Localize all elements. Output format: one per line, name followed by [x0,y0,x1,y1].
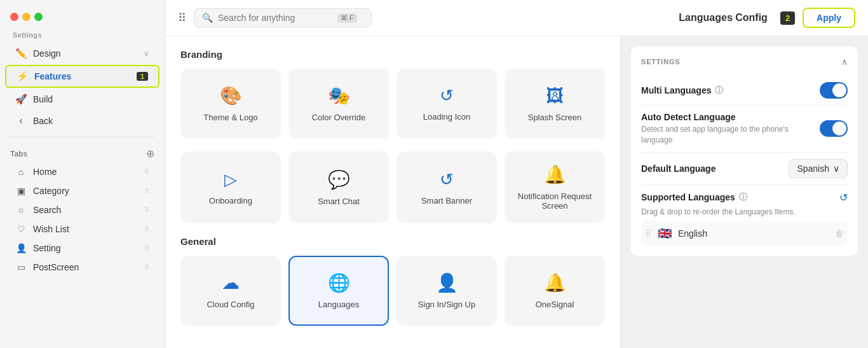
settings-section-header: SETTINGS ∧ [641,57,848,67]
card-onboarding[interactable]: ▷ Onboarding [180,151,281,223]
branding-cards-grid: 🎨 Theme & Logo 🎭 Color Override ↺ Loadin… [180,69,605,139]
drag-handle-wishlist: ⠿ [144,225,149,233]
right-panel: SETTINGS ∧ Multi Languages ⓘ [620,36,868,348]
selected-language: Spanish [797,164,829,174]
card-label-color-override: Color Override [312,113,366,122]
drag-handle-category: ⠿ [144,187,149,195]
sidebar-label-build: Build [33,94,149,104]
sidebar-item-setting[interactable]: 👤 Setting ⠿ [5,239,159,257]
card-cloud-config[interactable]: ☁ Cloud Config [180,256,281,326]
card-label-notification: Notification Request Screen [515,191,595,211]
sidebar-label-back: Back [33,116,149,126]
sidebar: Settings ✏️ Design ∨ ⚡ Features 1 🚀 Buil… [0,0,165,348]
toggle-knob-auto [832,122,846,136]
refresh-button[interactable]: ↺ [839,191,848,204]
collapse-icon[interactable]: ∧ [841,57,848,67]
auto-detect-desc: Detect and set app language to the phone… [641,124,820,146]
default-language-select[interactable]: Spanish ∨ [789,159,848,178]
default-language-label: Default Language [641,164,715,174]
flag-icon-english: 🇬🇧 [658,226,672,240]
card-splash-screen[interactable]: 🖼 Splash Screen [505,69,605,139]
search-shortcut: ⌘ F [337,13,357,23]
sidebar-item-back[interactable]: ‹ Back [5,111,159,131]
multi-languages-label: Multi Languages ⓘ [641,85,820,96]
card-smart-chat[interactable]: 💬 Smart Chat [288,151,389,223]
auto-detect-label: Auto Detect Language [641,112,820,122]
search-input[interactable] [218,13,332,23]
search-icon: 🔍 [202,13,213,23]
theme-logo-icon: 🎨 [220,85,242,106]
onesignal-icon: 🔔 [544,272,566,293]
supported-languages-header: Supported Languages ⓘ ↺ [641,185,848,207]
card-notification[interactable]: 🔔 Notification Request Screen [505,151,605,223]
settings-section-label: SETTINGS [641,58,680,66]
sidebar-item-design[interactable]: ✏️ Design ∨ [5,43,159,64]
tabs-header: Tabs ⊕ [0,143,165,162]
card-label-smart-chat: Smart Chat [318,197,360,206]
smart-chat-icon: 💬 [328,169,350,190]
sidebar-item-home[interactable]: ⌂ Home ⠿ [5,163,159,181]
card-loading-icon[interactable]: ↺ Loading Icon [397,69,497,139]
drag-handle-setting: ⠿ [144,244,149,253]
wishlist-icon: ♡ [15,224,27,234]
build-icon: 🚀 [15,94,27,105]
drag-handle-search: ⠿ [144,206,149,214]
card-onesignal[interactable]: 🔔 OneSignal [505,256,605,326]
sidebar-item-build[interactable]: 🚀 Build [5,89,159,109]
multi-languages-toggle[interactable] [820,82,848,99]
search-bar[interactable]: 🔍 ⌘ F [194,8,372,27]
maximize-button[interactable] [34,13,43,21]
sidebar-item-category[interactable]: ▣ Category ⠿ [5,182,159,200]
card-label-smart-banner: Smart Banner [421,196,472,205]
card-languages[interactable]: 🌐 Languages [288,256,389,326]
card-label-theme-logo: Theme & Logo [203,113,257,122]
onboarding-icon: ▷ [224,170,237,190]
sidebar-label-design: Design [33,48,137,59]
branding-section-title: Branding [180,49,605,60]
delete-language-button[interactable]: 🗑 [835,228,844,239]
card-theme-logo[interactable]: 🎨 Theme & Logo [180,69,281,139]
language-name-english: English [678,228,829,239]
features-cards-grid: ▷ Onboarding 💬 Smart Chat ↺ Smart Banner… [180,151,605,223]
tab-label-home: Home [33,167,138,177]
features-icon: ⚡ [17,71,28,82]
smart-banner-icon: ↺ [440,170,454,190]
drag-handle-home: ⠿ [144,168,149,176]
general-section-title: General [180,236,605,247]
setting-icon: 👤 [15,243,27,253]
card-color-override[interactable]: 🎭 Color Override [288,69,389,139]
info-icon-multi: ⓘ [715,85,723,96]
notification-icon: 🔔 [544,164,566,185]
drag-handle-lang[interactable]: ⠿ [645,228,651,239]
features-panel: Branding 🎨 Theme & Logo 🎭 Color Override… [165,36,620,348]
chevron-down-icon: ∨ [144,49,149,58]
tab-label-postscreen: PostScreen [33,262,138,272]
card-smart-banner[interactable]: ↺ Smart Banner [397,151,497,223]
tabs-section-label: Tabs [10,150,27,158]
sidebar-item-search[interactable]: ○ Search ⠿ [5,201,159,219]
card-label-splash-screen: Splash Screen [528,113,582,122]
add-tab-button[interactable]: ⊕ [146,148,154,160]
design-icon: ✏️ [15,48,27,59]
card-label-cloud-config: Cloud Config [207,300,254,309]
sidebar-item-features[interactable]: ⚡ Features 1 [5,65,159,88]
sign-in-icon: 👤 [436,272,458,293]
card-sign-in[interactable]: 👤 Sign In/Sign Up [397,256,497,326]
card-label-sign-in: Sign In/Sign Up [418,300,475,309]
toggle-knob-multi [832,83,846,97]
sidebar-item-wishlist[interactable]: ♡ Wish List ⠿ [5,220,159,238]
drag-handle-postscreen: ⠿ [144,263,149,272]
minimize-button[interactable] [22,13,31,21]
content-area: Branding 🎨 Theme & Logo 🎭 Color Override… [165,36,868,348]
grid-icon[interactable]: ⠿ [178,11,186,25]
close-button[interactable] [10,13,18,21]
sidebar-item-postscreen[interactable]: ▭ PostScreen ⠿ [5,258,159,276]
loading-icon: ↺ [440,86,454,106]
cloud-config-icon: ☁ [222,272,240,293]
auto-detect-row: Auto Detect Language Detect and set app … [641,106,848,153]
card-label-languages: Languages [318,300,359,309]
auto-detect-toggle[interactable] [820,120,848,137]
chevron-down-icon: ∨ [833,164,839,174]
apply-button[interactable]: Apply [803,8,855,28]
language-item-english: ⠿ 🇬🇧 English 🗑 [641,221,848,246]
